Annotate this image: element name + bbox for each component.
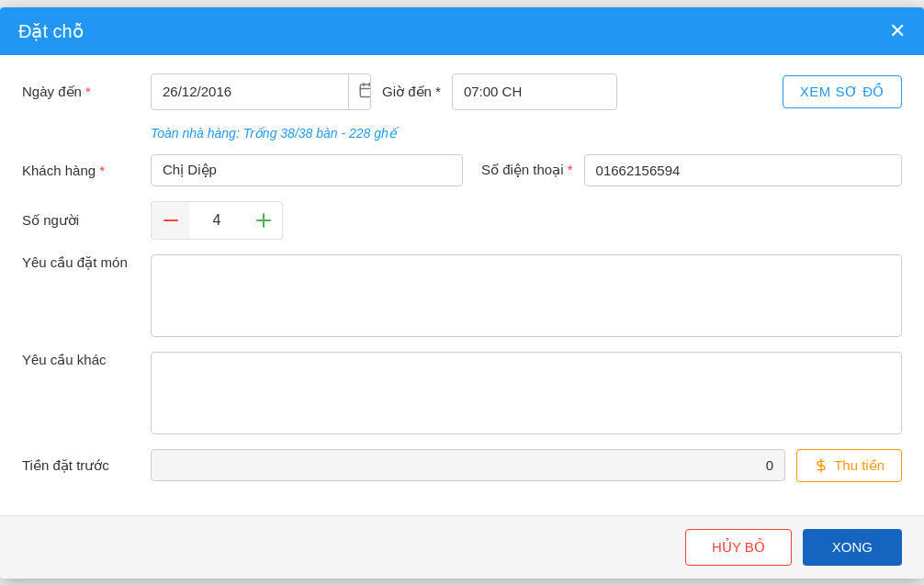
tien-dat-truoc-row: Tiền đặt trước Thu tiền [22,449,902,482]
yeu-cau-khac-label: Yêu cầu khác [22,352,151,368]
availability-row: Toàn nhà hàng: Trống 38/38 bàn - 228 ghế [22,125,902,141]
increase-button[interactable] [244,201,283,240]
yeu-cau-khac-row: Yêu cầu khác [22,352,902,434]
thu-tien-button[interactable]: Thu tiền [796,449,902,482]
svg-rect-7 [256,219,271,221]
ngay-den-wrapper [151,73,371,110]
tien-dat-truoc-label: Tiền đặt trước [22,457,151,474]
decrease-button[interactable] [151,201,189,240]
close-button[interactable]: ✕ [889,21,906,41]
yeu-cau-dat-mon-row: Yêu cầu đặt món [22,254,902,337]
khach-hang-label: Khách hàng * [22,163,151,178]
calendar-icon [358,82,371,98]
yeu-cau-khac-input[interactable] [151,352,902,434]
gio-den-wrapper [452,73,617,110]
so-nguoi-row: Số người [22,201,902,240]
so-dien-thoai-input[interactable] [584,154,902,186]
gio-den-input[interactable] [453,76,617,107]
ngay-den-label: Ngày đến * [22,84,151,100]
so-nguoi-input[interactable] [189,201,244,240]
so-dien-thoai-label: Số điện thoại * [481,162,573,178]
dialog-footer: HỦY BỎ XONG [0,515,924,579]
xong-button[interactable]: XONG [803,529,902,566]
calendar-icon-button[interactable] [348,74,371,109]
ngay-den-input[interactable] [152,76,348,107]
minus-icon [163,219,178,222]
khach-hang-input[interactable] [151,154,463,186]
dialog-title: Đặt chỗ [18,20,84,42]
dialog-body: Ngày đến * Giờ đến * [0,55,924,515]
dialog-header: Đặt chỗ ✕ [0,7,924,55]
gio-den-label: Giờ đến * [382,84,441,100]
so-nguoi-label: Số người [22,212,151,229]
thu-tien-label: Thu tiền [834,457,885,474]
dollar-icon [814,458,828,473]
ngay-gio-row: Ngày đến * Giờ đến * [22,73,902,110]
yeu-cau-dat-mon-label: Yêu cầu đặt món [22,254,151,271]
plus-icon [256,213,271,228]
huy-bo-button[interactable]: HỦY BỎ [685,529,792,566]
xem-so-do-button[interactable]: XEM SƠ ĐỒ [783,75,902,108]
tien-dat-truoc-input[interactable] [151,449,785,481]
yeu-cau-dat-mon-input[interactable] [151,254,902,337]
reservation-dialog: Đặt chỗ ✕ Ngày đến * Giờ đến * [0,7,924,579]
so-nguoi-stepper [151,201,283,240]
svg-rect-5 [163,219,178,221]
khach-hang-row: Khách hàng * Số điện thoại * [22,154,902,186]
availability-text: Toàn nhà hàng: Trống 38/38 bàn - 228 ghế [151,126,397,141]
